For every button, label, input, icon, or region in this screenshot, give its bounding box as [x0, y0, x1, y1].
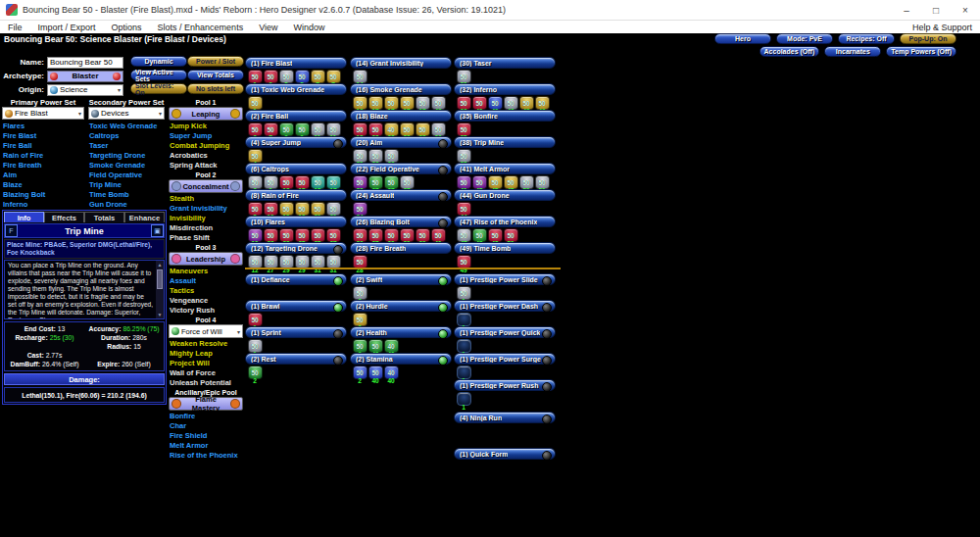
menu-item-view[interactable]: View	[251, 23, 285, 32]
secondary-set-select[interactable]: Devices ▾	[88, 107, 165, 120]
enhancement-slot[interactable]: 5029	[278, 255, 294, 273]
power-button-47-rise-of-the-phoenix[interactable]: (47) Rise of the Phoenix	[454, 216, 556, 227]
powerset-list-item[interactable]: Caltrops	[88, 131, 165, 141]
pool-power-item[interactable]: Vengeance	[169, 296, 243, 306]
description-scrollbar[interactable]: ▲ ▼	[156, 261, 164, 318]
pool-power-item[interactable]: Wall of Force	[169, 368, 243, 378]
powerset-list-item[interactable]: Flares	[2, 122, 84, 131]
pool-power-item[interactable]: Invisibility	[169, 214, 243, 223]
power-button-1-toxic-web-grenade[interactable]: (1) Toxic Web Grenade	[245, 83, 347, 95]
enhancement-slot[interactable]: 5031	[325, 255, 341, 273]
temp-powers-off-button[interactable]: Temp Powers (Off)	[886, 46, 956, 57]
pool-power-item[interactable]: Victory Rush	[169, 306, 243, 316]
archetype-right-icon[interactable]	[113, 73, 121, 80]
power-button-2-stamina[interactable]: (2) Stamina	[350, 353, 452, 365]
power-button-35-bonfire[interactable]: (35) Bonfire	[454, 110, 556, 122]
pool-power-item[interactable]: Fire Shield	[169, 431, 243, 441]
close-button[interactable]: ×	[951, 0, 980, 20]
power-button-24-assault[interactable]: (24) Assault	[350, 189, 452, 201]
pool-power-item[interactable]: Maneuvers	[169, 267, 243, 276]
name-input[interactable]	[47, 57, 123, 69]
menu-item-window[interactable]: Window	[286, 23, 333, 32]
hero-button[interactable]: Hero	[714, 33, 771, 44]
powerset-list-item[interactable]: Blaze	[2, 180, 84, 190]
primary-set-select[interactable]: Fire Blast ▾	[2, 107, 84, 120]
pool-power-item[interactable]: Rise of the Phoenix	[169, 451, 243, 461]
power-button-20-aim[interactable]: (20) Aim	[350, 136, 452, 148]
powerset-list-item[interactable]: Fire Breath	[2, 161, 84, 171]
pool-power-item[interactable]: Acrobatics	[169, 151, 243, 161]
power-button-1-prestige-power-quick[interactable]: (1) Prestige Power Quick	[454, 326, 556, 338]
archetype-left-icon[interactable]	[50, 73, 58, 80]
pool-power-item[interactable]: Bonfire	[169, 412, 243, 421]
power-button-14-grant-invisibility[interactable]: (14) Grant Invisibility	[350, 57, 452, 69]
power-button-4-ninja-run[interactable]: (4) Ninja Run	[454, 412, 556, 423]
power-button-12-targeting-drone[interactable]: (12) Targeting Drone	[245, 242, 347, 254]
power-button-41-melt-armor[interactable]: (41) Melt Armor	[454, 163, 556, 174]
power-button-1-fire-blast[interactable]: (1) Fire Blast	[245, 57, 347, 69]
power-slot-button[interactable]: Power / Slot	[187, 56, 244, 67]
pool-power-item[interactable]: Mighty Leap	[169, 349, 243, 359]
pool-header-leaping[interactable]: Leaping	[169, 107, 243, 121]
power-button-2-hurdle[interactable]: (2) Hurdle	[350, 300, 452, 312]
enhancement-slot[interactable]: 4040	[383, 366, 399, 384]
info-title-right-icon[interactable]: ▣	[151, 224, 164, 237]
powerset-list-item[interactable]: Fire Ball	[2, 141, 84, 151]
tab-effects[interactable]: Effects	[44, 212, 84, 222]
slot-levels-button[interactable]: Slot Levels: On	[130, 83, 187, 94]
pool-header-leadership[interactable]: Leadership	[169, 252, 243, 266]
pool-power-item[interactable]: Melt Armor	[169, 441, 243, 451]
power-button-1-defiance[interactable]: (1) Defiance	[245, 273, 347, 285]
powerset-list-item[interactable]: Smoke Grenade	[88, 161, 165, 171]
enhancement-slot[interactable]: 5040	[368, 366, 383, 384]
power-button-4-super-jump[interactable]: (4) Super Jump	[245, 136, 347, 148]
pool-power-item[interactable]: Weaken Resolve	[169, 339, 243, 349]
view-totals-button[interactable]: View Totals	[187, 70, 244, 80]
power-button-28-fire-breath[interactable]: (28) Fire Breath	[350, 242, 452, 254]
pool-power-item[interactable]: Misdirection	[169, 223, 243, 233]
accolades-off-button[interactable]: Accolades (Off)	[760, 46, 820, 57]
enhancement-slot[interactable]: 5028	[352, 255, 368, 273]
view-active-sets-button[interactable]: View Active Sets	[130, 70, 187, 80]
powerset-list-item[interactable]: Gun Drone	[88, 200, 165, 210]
powerset-list-item[interactable]: Toxic Web Grenade	[88, 122, 165, 131]
power-button-30-taser[interactable]: (30) Taser	[454, 57, 556, 69]
tab-totals[interactable]: Totals	[84, 212, 124, 222]
power-button-2-health[interactable]: (2) Health	[350, 326, 452, 338]
power-button-1-prestige-power-slide[interactable]: (1) Prestige Power Slide	[454, 273, 556, 285]
pool-power-item[interactable]: Project Will	[169, 359, 243, 368]
power-button-22-field-operative[interactable]: (22) Field Operative	[350, 163, 452, 174]
enhancement-slot[interactable]: 5029	[294, 255, 310, 273]
powerset-list-item[interactable]: Field Operative	[88, 171, 165, 180]
pool-power-item[interactable]: Stealth	[169, 194, 243, 204]
no-slots-left-button[interactable]: No slots left	[187, 83, 244, 94]
menu-item-file[interactable]: File	[0, 23, 30, 32]
power-button-1-prestige-power-surge[interactable]: (1) Prestige Power Surge	[454, 353, 556, 365]
enhancement-slot[interactable]: 5027	[263, 255, 278, 273]
pool-power-item[interactable]: Phase Shift	[169, 233, 243, 243]
pool-power-item[interactable]: Super Jump	[169, 131, 243, 141]
enhancement-slot[interactable]: 502	[247, 366, 263, 384]
enhancement-slot[interactable]: 5049	[456, 255, 471, 273]
info-title-left-icon[interactable]: F	[5, 224, 18, 237]
pool-header-flame-mastery[interactable]: Flame Mastery	[169, 397, 243, 411]
power-button-44-gun-drone[interactable]: (44) Gun Drone	[454, 189, 556, 201]
power-button-2-swift[interactable]: (2) Swift	[350, 273, 452, 285]
enhancement-slot[interactable]: 5031	[310, 255, 325, 273]
power-button-2-rest[interactable]: (2) Rest	[245, 353, 347, 365]
power-button-16-smoke-grenade[interactable]: (16) Smoke Grenade	[350, 83, 452, 95]
powerset-list-item[interactable]: Fire Blast	[2, 131, 84, 141]
pool-power-item[interactable]: Unleash Potential	[169, 378, 243, 388]
tab-info[interactable]: Info	[4, 212, 44, 222]
tab-enhance[interactable]: Enhance	[124, 212, 165, 222]
power-button-10-flares[interactable]: (10) Flares	[245, 216, 347, 227]
power-button-49-time-bomb[interactable]: (49) Time Bomb	[454, 242, 556, 254]
recipes-off-button[interactable]: Recipes: Off	[838, 33, 895, 44]
powerset-list-item[interactable]: Aim	[2, 171, 84, 180]
power-button-1-sprint[interactable]: (1) Sprint	[245, 326, 347, 338]
pool-power-item[interactable]: Grant Invisibility	[169, 204, 243, 214]
menu-help-support[interactable]: Help & Support	[905, 23, 980, 32]
power-button-1-quick-form[interactable]: (1) Quick Form	[454, 448, 556, 460]
enhancement-slot[interactable]: 5012	[247, 255, 263, 273]
scrollbar-thumb[interactable]	[157, 269, 163, 289]
